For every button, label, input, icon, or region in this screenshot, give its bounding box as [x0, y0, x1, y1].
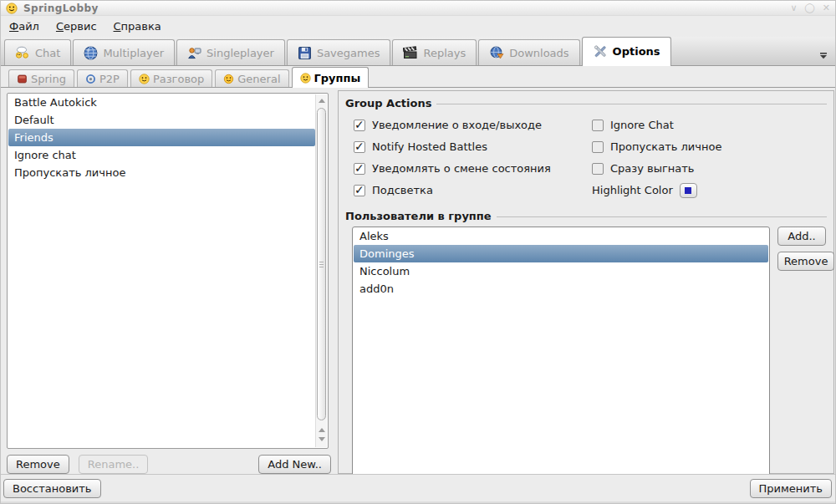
tab-options[interactable]: Options	[582, 37, 671, 66]
tab-singleplayer-label: Singleplayer	[206, 47, 274, 59]
remove-user-button[interactable]: Remove	[777, 252, 834, 271]
checkbox-row-notify-login[interactable]: Уведомление о входе/выходе	[354, 117, 592, 133]
tab-replays[interactable]: Replays	[392, 39, 477, 65]
user-list-item-selected[interactable]: Dominges	[354, 245, 768, 262]
subtab-chat[interactable]: Разговор	[130, 69, 212, 87]
tab-replays-label: Replays	[423, 47, 466, 59]
tab-options-label: Options	[613, 45, 660, 58]
restore-button[interactable]: Восстановить	[3, 479, 101, 498]
remove-group-button[interactable]: Remove	[7, 455, 69, 474]
subtab-spring[interactable]: Spring	[8, 69, 74, 87]
footer-bar: Восстановить Применить	[1, 474, 835, 503]
group-list-item-selected[interactable]: Friends	[8, 129, 315, 146]
user-list-item[interactable]: Aleks	[353, 227, 769, 245]
group-users-header: Пользователи в группе	[345, 208, 827, 223]
tab-chat-label: Chat	[35, 47, 60, 59]
springlobby-window: SpringLobby ∨ ◯ ✕ Файл Сервис Справка Ch…	[0, 0, 836, 504]
checkbox-unchecked-icon[interactable]	[592, 120, 604, 131]
scroll-down-icons[interactable]	[316, 423, 327, 446]
subtab-spring-label: Spring	[31, 73, 66, 85]
floppy-icon	[298, 46, 312, 60]
checkbox-label: Подсветка	[372, 184, 433, 196]
highlight-color-row: Highlight Color	[592, 182, 827, 198]
checkbox-row-autokick[interactable]: Сразу выгнать	[592, 160, 827, 176]
tab-overflow-dropdown-icon[interactable]	[819, 53, 828, 59]
checkbox-unchecked-icon[interactable]	[592, 163, 604, 175]
main-tab-bar: Chat Multiplayer	[1, 37, 835, 66]
groups-page: Battle Autokick Default Friends Ignore c…	[1, 88, 835, 476]
subtab-general[interactable]: General	[215, 69, 288, 87]
tools-icon	[593, 44, 608, 59]
highlight-color-button[interactable]	[680, 183, 697, 198]
group-list-item[interactable]: Ignore chat	[8, 146, 328, 164]
checkbox-label: Пропускать личное	[610, 140, 721, 153]
group-actions-title: Group Actions	[345, 97, 431, 109]
checkbox-checked-icon[interactable]	[354, 120, 365, 131]
checkbox-row-notify-hosted[interactable]: Notify Hosted Battles	[354, 139, 592, 155]
group-list-item[interactable]: Battle Autokick	[8, 94, 328, 111]
group-actions-grid: Уведомление о входе/выходе Ignore Chat N…	[354, 117, 827, 198]
checkbox-row-ignore-chat[interactable]: Ignore Chat	[592, 117, 827, 133]
menu-help[interactable]: Справка	[114, 20, 161, 33]
checkbox-unchecked-icon[interactable]	[592, 141, 604, 153]
checkbox-label: Сразу выгнать	[610, 162, 695, 175]
header-rule	[436, 104, 827, 104]
sun-smiley-icon	[223, 74, 234, 84]
scroll-up-icon[interactable]	[319, 428, 325, 432]
subtab-chat-label: Разговор	[153, 73, 204, 85]
checkbox-row-ignore-pm[interactable]: Пропускать личное	[592, 139, 827, 155]
p2p-icon	[85, 74, 96, 84]
tab-downloads[interactable]: Downloads	[478, 39, 579, 65]
groups-list-buttons: Remove Rename.. Add New..	[7, 454, 331, 474]
apply-button[interactable]: Применить	[750, 479, 832, 498]
groups-list-scrollbar[interactable]	[315, 94, 327, 447]
add-user-button[interactable]: Add..	[777, 227, 826, 246]
menu-tools[interactable]: Сервис	[56, 20, 97, 33]
checkbox-checked-icon[interactable]	[354, 185, 365, 196]
tab-multiplayer-label: Multiplayer	[103, 47, 164, 59]
checkbox-row-notify-status[interactable]: Уведомлять о смене состояния	[354, 160, 592, 176]
options-sub-tab-bar: Spring P2P Разговор	[1, 66, 835, 88]
tab-chat[interactable]: Chat	[4, 39, 71, 65]
tab-singleplayer[interactable]: Singleplayer	[176, 39, 285, 65]
scroll-down-icon[interactable]	[319, 437, 325, 441]
subtab-groups-label: Группы	[314, 72, 361, 84]
app-smiley-icon	[6, 3, 18, 14]
user-list-item[interactable]: Niccolum	[353, 262, 769, 280]
group-actions-header: Group Actions	[345, 95, 827, 110]
checkbox-label: Уведомление о входе/выходе	[372, 119, 542, 131]
group-list-item[interactable]: Default	[8, 111, 328, 129]
user-list-item[interactable]: add0n	[353, 280, 769, 298]
scroll-up-icon[interactable]	[316, 95, 327, 106]
checkbox-label: Ignore Chat	[610, 119, 674, 131]
download-globe-icon	[489, 46, 504, 60]
subtab-general-label: General	[237, 73, 280, 85]
checkbox-row-highlight[interactable]: Подсветка	[354, 182, 592, 198]
chat-icon	[15, 46, 30, 59]
tab-multiplayer[interactable]: Multiplayer	[73, 39, 175, 65]
close-window-icon[interactable]: ✕	[823, 3, 830, 13]
group-users-listbox: Aleks Dominges Niccolum add0n	[352, 227, 770, 477]
groups-listbox: Battle Autokick Default Friends Ignore c…	[7, 93, 329, 449]
subtab-groups[interactable]: Группы	[292, 67, 370, 88]
smiley-icon	[139, 74, 150, 84]
subtab-p2p[interactable]: P2P	[77, 69, 128, 87]
subtab-p2p-label: P2P	[99, 73, 120, 85]
checkbox-checked-icon[interactable]	[354, 163, 365, 175]
maximize-window-icon[interactable]: ◯	[804, 3, 814, 13]
rename-group-button[interactable]: Rename..	[79, 455, 149, 474]
groups-list-panel: Battle Autokick Default Friends Ignore c…	[1, 88, 335, 476]
add-new-group-button[interactable]: Add New..	[258, 455, 331, 474]
smiley-icon	[300, 73, 311, 84]
header-rule	[497, 216, 827, 217]
tab-savegames[interactable]: Savegames	[287, 39, 391, 65]
highlight-color-label: Highlight Color	[592, 184, 673, 196]
menu-file[interactable]: Файл	[9, 20, 39, 33]
scrollbar-thumb[interactable]	[317, 108, 326, 420]
checkbox-checked-icon[interactable]	[354, 141, 365, 153]
group-users-area: Aleks Dominges Niccolum add0n Add.. Remo…	[345, 227, 827, 487]
tab-savegames-label: Savegames	[317, 47, 380, 59]
shade-window-icon[interactable]: ∨	[790, 3, 797, 13]
player-icon	[187, 46, 201, 59]
group-list-item[interactable]: Пропускать личное	[8, 164, 328, 181]
